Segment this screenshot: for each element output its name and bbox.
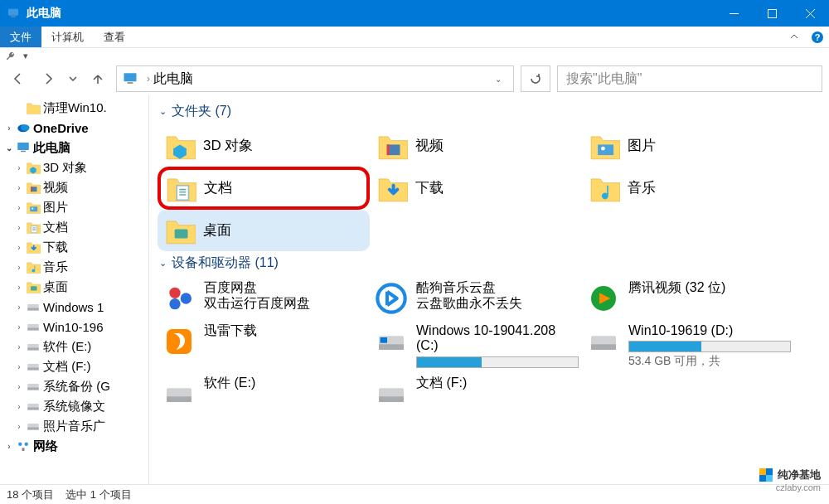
folder-item[interactable]: 文档 — [158, 167, 370, 210]
tree-item[interactable]: ›图片 — [0, 197, 148, 217]
tree-arrow-icon[interactable]: › — [13, 163, 25, 172]
tree-item[interactable]: ›Win10-196 — [0, 317, 148, 337]
qat-dropdown-icon[interactable]: ▾ — [18, 49, 33, 62]
status-bar: 18 个项目 选中 1 个项目 — [0, 484, 829, 504]
tree-item[interactable]: 清理Win10. — [0, 98, 148, 118]
tree-item[interactable]: ›系统镜像文 — [0, 396, 148, 416]
menubar: 文件 计算机 查看 ? — [0, 27, 829, 48]
watermark-logo-icon — [759, 468, 773, 482]
tree-item[interactable]: ›系统备份 (G — [0, 376, 148, 396]
tree-arrow-icon[interactable]: › — [13, 402, 25, 411]
drive-name: 软件 (E:) — [204, 376, 366, 390]
qat-properties-icon[interactable] — [3, 49, 18, 62]
close-button[interactable] — [791, 0, 829, 27]
folder-item[interactable]: 桌面 — [158, 210, 370, 251]
tree-arrow-icon[interactable]: › — [13, 322, 25, 332]
section-drives-header[interactable]: ⌄ 设备和驱动器 (11) — [159, 254, 821, 272]
drive-item[interactable]: 文档 (F:) — [370, 372, 582, 415]
tree-item[interactable]: ⌄此电脑 — [0, 138, 148, 158]
tree-item-label: 视频 — [43, 180, 68, 196]
navigation-tree[interactable]: 清理Win10.›OneDrive⌄此电脑›3D 对象›视频›图片›文档›下载›… — [0, 94, 149, 484]
drive-item[interactable]: Win10-19619 (D:)53.4 GB 可用，共 — [582, 320, 794, 372]
help-button[interactable]: ? — [806, 27, 829, 47]
tree-item[interactable]: ›软件 (E:) — [0, 337, 148, 356]
folder-item[interactable]: 视频 — [370, 125, 582, 167]
menu-file[interactable]: 文件 — [0, 27, 41, 47]
menu-computer[interactable]: 计算机 — [41, 27, 94, 47]
tree-item-label: 图片 — [43, 200, 68, 216]
folder-label: 文档 — [204, 180, 232, 196]
tree-arrow-icon[interactable]: › — [13, 422, 25, 431]
tree-arrow-icon[interactable]: › — [13, 342, 25, 351]
drive-item[interactable]: 百度网盘双击运行百度网盘 — [158, 277, 370, 320]
drive-name: Win10-19619 (D:) — [628, 323, 791, 338]
tree-arrow-icon[interactable]: › — [13, 203, 25, 212]
refresh-button[interactable] — [521, 65, 550, 92]
tree-item[interactable]: ›桌面 — [0, 277, 148, 297]
tree-arrow-icon[interactable]: › — [13, 283, 25, 292]
tree-item-label: 音乐 — [43, 259, 68, 275]
address-bar[interactable]: › 此电脑 ⌄ — [116, 65, 514, 92]
tree-arrow-icon[interactable]: ⌄ — [3, 143, 15, 153]
watermark-text: 纯净基地 — [778, 468, 821, 482]
quick-access-toolbar: ▾ — [0, 48, 829, 63]
tree-item[interactable]: ›音乐 — [0, 257, 148, 277]
pictures-icon — [589, 130, 620, 162]
disk-icon — [26, 339, 41, 354]
maximize-button[interactable] — [753, 0, 791, 27]
chevron-down-icon: ⌄ — [159, 258, 167, 269]
tree-item[interactable]: ›下载 — [0, 237, 148, 257]
tree-item[interactable]: ›文档 (F:) — [0, 356, 148, 376]
drive-item[interactable]: 腾讯视频 (32 位) — [582, 277, 794, 320]
minimize-button[interactable] — [715, 0, 753, 27]
tree-arrow-icon[interactable]: › — [13, 382, 25, 391]
address-location[interactable]: 此电脑 — [153, 70, 193, 88]
tree-item[interactable]: ›Windows 1 — [0, 297, 148, 317]
folder-item[interactable]: 3D 对象 — [158, 125, 370, 167]
folder-item[interactable]: 音乐 — [582, 167, 794, 210]
tree-arrow-icon[interactable]: › — [3, 124, 15, 133]
disk-icon — [26, 399, 41, 414]
tree-item[interactable]: ›网络 — [0, 436, 148, 456]
tree-item[interactable]: ›文档 — [0, 217, 148, 237]
tree-arrow-icon[interactable]: › — [13, 223, 25, 232]
nav-forward-button[interactable] — [36, 66, 60, 91]
search-input[interactable]: 搜索"此电脑" — [557, 65, 822, 92]
tree-arrow-icon[interactable]: › — [13, 243, 25, 252]
drive-name: 百度网盘 — [204, 280, 366, 295]
tree-arrow-icon[interactable]: › — [13, 362, 25, 371]
section-folders-header[interactable]: ⌄ 文件夹 (7) — [159, 103, 821, 120]
nav-back-button[interactable] — [7, 66, 30, 91]
tree-item-label: 3D 对象 — [43, 160, 87, 176]
folder-item[interactable]: 下载 — [370, 167, 582, 210]
tree-item[interactable]: ›3D 对象 — [0, 158, 148, 177]
drive-item[interactable]: Windows 10-19041.208 (C:) — [370, 320, 582, 372]
folder-label: 下载 — [415, 180, 444, 196]
video-icon — [376, 130, 408, 162]
nav-recent-button[interactable] — [66, 66, 80, 91]
drive-item[interactable]: 迅雷下载 — [158, 320, 370, 372]
search-placeholder: 搜索"此电脑" — [566, 70, 642, 88]
desktop-icon — [164, 215, 196, 246]
drives-grid: 百度网盘双击运行百度网盘酷狗音乐云盘云盘歌曲永不丢失腾讯视频 (32 位)迅雷下… — [158, 277, 821, 415]
drive-item[interactable]: 软件 (E:) — [158, 372, 370, 415]
ribbon-toggle[interactable] — [783, 27, 806, 47]
tree-item[interactable]: ›OneDrive — [0, 118, 148, 138]
tree-arrow-icon[interactable]: › — [3, 442, 15, 451]
drive-item[interactable]: 酷狗音乐云盘云盘歌曲永不丢失 — [370, 277, 582, 320]
drive-name: 迅雷下载 — [204, 323, 366, 338]
tree-item-label: 系统备份 (G — [43, 379, 110, 395]
address-dropdown[interactable]: ⌄ — [488, 75, 508, 84]
nav-up-button[interactable] — [86, 66, 109, 91]
tree-arrow-icon[interactable]: › — [13, 183, 25, 192]
folder-item[interactable]: 图片 — [582, 125, 794, 167]
content-pane: ⌄ 文件夹 (7) 3D 对象视频图片文档下载音乐桌面 ⌄ 设备和驱动器 (11… — [149, 94, 829, 484]
menu-view[interactable]: 查看 — [94, 27, 135, 47]
tree-item[interactable]: ›视频 — [0, 177, 148, 197]
3d-icon — [26, 160, 41, 175]
folder-label: 音乐 — [628, 180, 656, 196]
tree-arrow-icon[interactable]: › — [13, 303, 25, 312]
tree-arrow-icon[interactable]: › — [13, 263, 25, 272]
pictures-icon — [26, 200, 41, 215]
tree-item[interactable]: ›照片音乐广 — [0, 416, 148, 436]
